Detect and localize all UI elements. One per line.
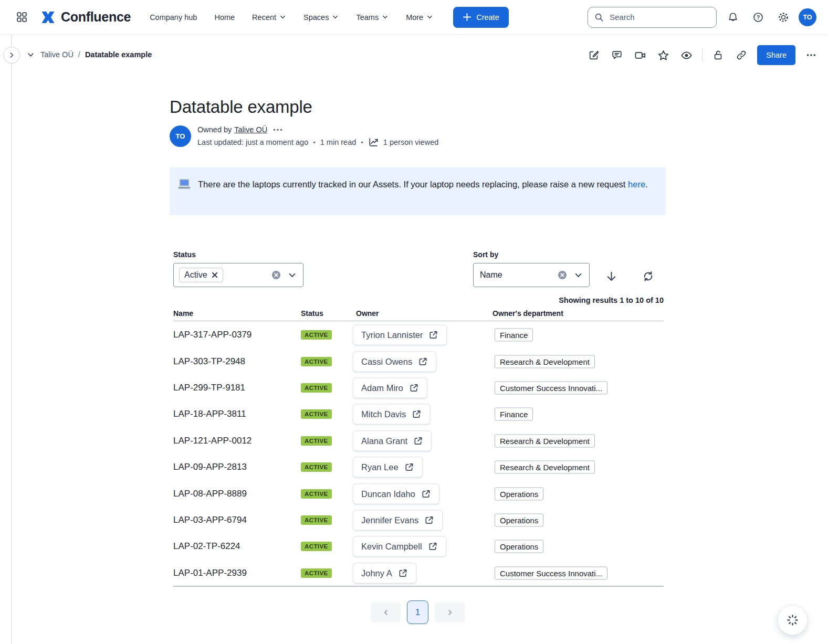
video-button[interactable] (630, 45, 651, 65)
expand-sidebar-button[interactable] (3, 47, 20, 64)
owner-link[interactable]: Talive OÜ (234, 125, 267, 134)
owner-link-button[interactable]: Cassi Owens (353, 351, 436, 372)
top-navigation: Confluence Company hub Home Recent Space… (0, 0, 828, 35)
spinner-icon (785, 613, 800, 627)
owner-link-button[interactable]: Johny A (353, 563, 416, 583)
owned-by-label: Owned by (197, 125, 232, 134)
status-badge: ACTIVE (301, 436, 332, 446)
previous-page-button[interactable] (371, 603, 401, 622)
settings-button[interactable] (773, 7, 793, 27)
status-filter-select[interactable]: Active (173, 263, 303, 287)
clear-circle-icon (271, 270, 281, 280)
help-button[interactable]: ? (748, 7, 768, 27)
page-actions: Share (583, 45, 822, 65)
owner-link-button[interactable]: Kevin Campbell (353, 536, 446, 557)
chevron-down-icon (574, 271, 583, 280)
nav-utilities: ? TO (723, 7, 816, 27)
sort-direction-button[interactable] (602, 267, 621, 286)
next-page-button[interactable] (435, 603, 465, 622)
search-box[interactable] (588, 7, 717, 28)
last-updated: Last updated: just a moment ago (197, 138, 308, 146)
owner-link-button[interactable]: Ryan Lee (353, 457, 423, 478)
department-tag: Finance (495, 329, 533, 342)
status-filter-tag: Active (179, 268, 223, 282)
owner-name: Johny A (361, 568, 392, 578)
owner-link-button[interactable]: Adam Miro (353, 377, 427, 398)
department-tag: Operations (495, 540, 543, 553)
owner-name: Adam Miro (361, 383, 403, 393)
table-row: LAP-02-TP-6224 ACTIVE Kevin Campbell Ope… (173, 533, 664, 559)
status-badge: ACTIVE (301, 357, 332, 366)
watch-button[interactable] (676, 45, 697, 65)
breadcrumb-current-page: Datatable example (85, 50, 152, 59)
confluence-logo[interactable]: Confluence (40, 9, 131, 25)
chevron-down-icon (382, 14, 389, 20)
edit-button[interactable] (583, 45, 604, 65)
search-input[interactable] (609, 12, 710, 22)
confluence-mark-icon (40, 10, 56, 24)
nav-menu-item[interactable]: Teams (356, 13, 389, 22)
status-badge: ACTIVE (301, 515, 332, 525)
breadcrumb-space-link[interactable]: Talive OÜ (40, 50, 74, 59)
nav-menu-item[interactable]: Spaces (303, 13, 339, 22)
remove-tag-icon[interactable] (212, 272, 218, 278)
owner-link-button[interactable]: Tyrion Lannister (353, 325, 447, 345)
space-dropdown-button[interactable] (25, 49, 36, 60)
clear-circle-icon (558, 270, 567, 280)
owner-name: Alana Grant (361, 436, 407, 446)
refresh-button[interactable] (638, 267, 657, 286)
restrictions-button[interactable] (708, 45, 729, 65)
status-badge: ACTIVE (301, 330, 332, 340)
nav-menu-item[interactable]: Recent (252, 13, 286, 22)
asset-name: LAP-08-APP-8889 (173, 489, 247, 499)
table-row: LAP-299-TP-9181 ACTIVE Adam Miro Custome… (173, 375, 664, 401)
copy-link-button[interactable] (731, 45, 752, 65)
table-row: LAP-121-APP-0012 ACTIVE Alana Grant Rese… (173, 428, 664, 454)
star-button[interactable] (653, 45, 674, 65)
external-link-icon (412, 409, 422, 419)
sort-by-select[interactable]: Name (473, 263, 590, 287)
notifications-button[interactable] (723, 7, 743, 27)
create-button[interactable]: Create (453, 7, 509, 28)
owner-name: Cassi Owens (361, 356, 412, 366)
nav-menu-item[interactable]: Company hub (150, 13, 197, 22)
status-badge: ACTIVE (301, 462, 332, 472)
refresh-icon (642, 270, 655, 283)
owner-avatar[interactable]: TO (170, 125, 191, 147)
more-actions-button[interactable] (801, 45, 822, 65)
chevron-down-icon (288, 271, 297, 280)
table-row: LAP-03-APP-6794 ACTIVE Jennifer Evans Op… (173, 507, 664, 533)
request-link[interactable]: here (628, 180, 645, 189)
current-page-button[interactable]: 1 (407, 600, 428, 624)
owner-link-button[interactable]: Jennifer Evans (353, 510, 443, 530)
breadcrumb-separator: / (78, 50, 80, 59)
table-row: LAP-317-APP-0379 ACTIVE Tyrion Lannister… (173, 322, 664, 348)
owner-link-button[interactable]: Mitch Davis (353, 404, 430, 425)
department-tag: Operations (495, 513, 543, 526)
breadcrumb: Talive OÜ / Datatable example (25, 49, 152, 60)
chevron-down-icon (279, 14, 286, 20)
table-body: LAP-317-APP-0379 ACTIVE Tyrion Lannister… (173, 322, 664, 586)
clear-filter-button[interactable] (271, 270, 281, 280)
eye-icon (680, 49, 693, 61)
external-link-icon (428, 330, 438, 340)
star-icon (657, 49, 669, 61)
owner-link-button[interactable]: Alana Grant (353, 430, 432, 451)
app-switcher-button[interactable] (12, 7, 32, 27)
status-badge: ACTIVE (301, 542, 332, 551)
comments-button[interactable] (606, 45, 627, 65)
gear-icon (778, 12, 789, 23)
floating-action-button[interactable] (778, 605, 808, 635)
user-avatar[interactable]: TO (799, 8, 816, 26)
clear-sort-button[interactable] (558, 270, 567, 280)
share-button[interactable]: Share (757, 45, 795, 65)
byline-more-button[interactable]: ••• (273, 126, 284, 134)
owner-link-button[interactable]: Duncan Idaho (353, 483, 439, 504)
nav-menu-item[interactable]: Home (214, 13, 235, 22)
chevron-right-icon (8, 51, 15, 59)
read-time: 1 min read (320, 138, 357, 146)
divider (702, 49, 703, 61)
column-header-name: Name (173, 309, 193, 318)
svg-text:?: ? (757, 14, 760, 20)
nav-menu-item[interactable]: More (406, 13, 433, 22)
